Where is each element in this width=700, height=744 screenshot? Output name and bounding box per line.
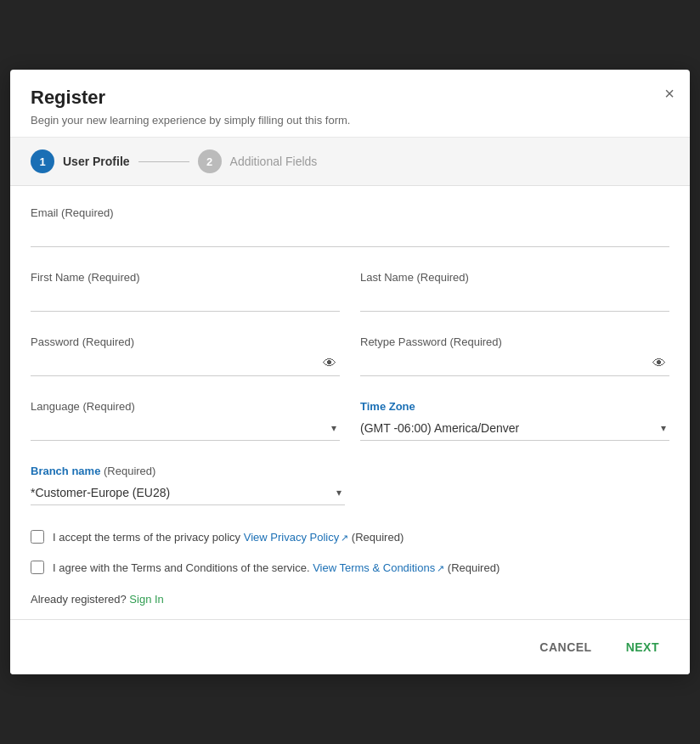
- retype-password-group: Retype Password (Required) 👁: [360, 335, 669, 376]
- cancel-button[interactable]: CANCEL: [529, 634, 601, 661]
- privacy-policy-link[interactable]: View Privacy Policy↗: [244, 531, 348, 544]
- already-registered-row: Already registered? Sign In: [31, 593, 669, 606]
- language-label: Language (Required): [31, 400, 340, 413]
- password-eye-icon[interactable]: 👁: [323, 356, 336, 371]
- timezone-select-wrapper: (GMT -06:00) America/Denver (GMT -05:00)…: [360, 416, 669, 441]
- language-select-wrapper: English Spanish French German ▾: [31, 416, 340, 441]
- step-connector: [138, 161, 189, 162]
- sign-in-link[interactable]: Sign In: [129, 593, 163, 606]
- firstname-label: First Name (Required): [31, 271, 340, 284]
- privacy-checkbox-row: I accept the terms of the privacy policy…: [31, 529, 669, 546]
- firstname-group: First Name (Required): [31, 271, 340, 312]
- terms-checkbox-row: I agree with the Terms and Conditions of…: [31, 560, 669, 577]
- retype-password-eye-icon[interactable]: 👁: [652, 356, 666, 371]
- lastname-group: Last Name (Required): [360, 271, 669, 312]
- language-group: Language (Required) English Spanish Fren…: [31, 400, 340, 441]
- branch-group: Branch name (Required) *Customer-Europe …: [31, 465, 345, 505]
- terms-text: I agree with the Terms and Conditions of…: [53, 560, 500, 577]
- modal-title: Register: [31, 87, 669, 109]
- timezone-section-label: Time Zone: [360, 400, 669, 413]
- branch-required-text: (Required): [104, 465, 155, 477]
- steps-bar: 1 User Profile 2 Additional Fields: [10, 138, 690, 186]
- register-modal: Register Begin your new learning experie…: [10, 70, 690, 674]
- close-button[interactable]: ×: [664, 85, 675, 102]
- privacy-text: I accept the terms of the privacy policy…: [53, 529, 404, 546]
- lang-tz-row: Language (Required) English Spanish Fren…: [31, 400, 669, 441]
- password-label: Password (Required): [31, 335, 340, 348]
- modal-footer: CANCEL NEXT: [10, 619, 690, 674]
- modal-header: Register Begin your new learning experie…: [10, 70, 690, 138]
- privacy-ext-icon: ↗: [341, 533, 348, 543]
- branch-select[interactable]: *Customer-Europe (EU28) North America As…: [31, 481, 345, 505]
- branch-label: Branch name (Required): [31, 465, 345, 477]
- step-2-label: Additional Fields: [230, 155, 318, 168]
- password-input[interactable]: [31, 352, 340, 376]
- modal-overlay: Register Begin your new learning experie…: [0, 0, 700, 744]
- step-2: 2 Additional Fields: [198, 149, 318, 173]
- email-label: Email (Required): [31, 206, 669, 219]
- step-1-circle: 1: [31, 149, 54, 173]
- privacy-checkbox[interactable]: [31, 530, 44, 544]
- modal-body: Email (Required) First Name (Required) L…: [10, 186, 690, 619]
- terms-checkbox[interactable]: [31, 561, 44, 574]
- next-button[interactable]: NEXT: [616, 634, 669, 661]
- modal-subtitle: Begin your new learning experience by si…: [31, 114, 669, 127]
- email-input[interactable]: [31, 223, 669, 247]
- language-select[interactable]: English Spanish French German: [31, 416, 340, 441]
- password-group: Password (Required) 👁: [31, 335, 340, 376]
- email-row: Email (Required): [31, 206, 669, 247]
- step-1-label: User Profile: [63, 155, 130, 168]
- branch-row: Branch name (Required) *Customer-Europe …: [31, 465, 345, 505]
- terms-ext-icon: ↗: [437, 563, 444, 573]
- lastname-label: Last Name (Required): [360, 271, 669, 284]
- timezone-select[interactable]: (GMT -06:00) America/Denver (GMT -05:00)…: [360, 416, 669, 441]
- branch-select-wrapper: *Customer-Europe (EU28) North America As…: [31, 481, 345, 505]
- step-2-circle: 2: [198, 149, 222, 173]
- timezone-group: Time Zone (GMT -06:00) America/Denver (G…: [360, 400, 669, 441]
- firstname-input[interactable]: [31, 287, 340, 312]
- retype-password-label: Retype Password (Required): [360, 335, 669, 348]
- step-1: 1 User Profile: [31, 149, 130, 173]
- password-row: Password (Required) 👁 Retype Password (R…: [31, 335, 669, 376]
- terms-link[interactable]: View Terms & Conditions↗: [313, 561, 444, 574]
- email-group: Email (Required): [31, 206, 669, 247]
- name-row: First Name (Required) Last Name (Require…: [31, 271, 669, 312]
- retype-password-input[interactable]: [360, 352, 669, 376]
- lastname-input[interactable]: [360, 287, 669, 312]
